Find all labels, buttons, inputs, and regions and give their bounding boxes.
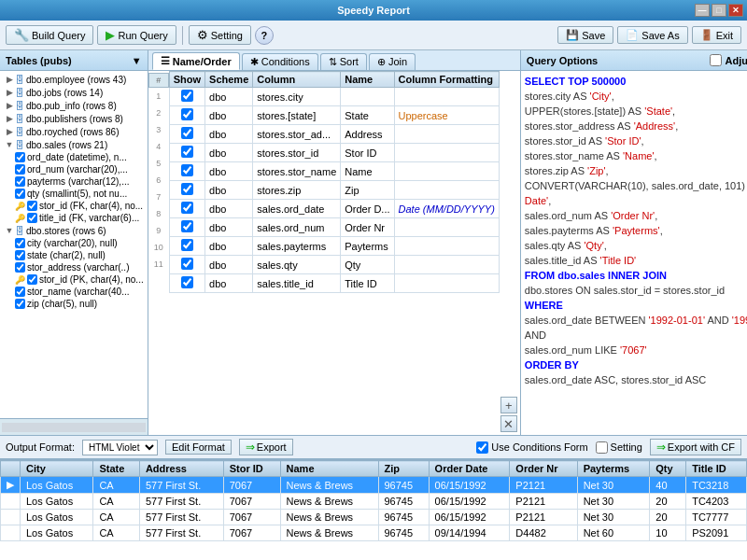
data-row[interactable]: Los GatosCA577 First St.7067News & Brews… [1,525,747,541]
tree-item[interactable]: payterms (varchar(12),... [2,175,146,188]
column-checkbox[interactable] [15,250,25,260]
setting-button[interactable]: ⚙ Setting [189,25,251,45]
close-button[interactable]: ✕ [728,4,743,17]
row-name-cell[interactable]: State [341,106,394,125]
tab-sort[interactable]: ⇅ Sort [320,53,367,70]
row-column-cell[interactable]: stores.stor_ad... [253,125,341,144]
tree-item[interactable]: 🔑title_id (FK, varchar(6)... [2,212,146,224]
column-checkbox[interactable] [15,287,25,297]
row-name-cell[interactable]: Payterms [341,237,394,256]
row-show-cell[interactable] [169,162,204,181]
row-column-cell[interactable]: stores.[state] [253,106,341,125]
tree-item[interactable]: 🔑stor_id (PK, char(4), no... [2,273,146,286]
row-column-cell[interactable]: stores.city [253,88,341,106]
tree-item[interactable]: state (char(2), null) [2,249,146,261]
data-col-header[interactable]: Order Nr [510,461,577,477]
data-col-header[interactable]: Qty [650,461,686,477]
tree-item[interactable]: zip (char(5), null) [2,298,146,310]
data-col-header[interactable]: Address [139,461,223,477]
column-checkbox[interactable] [27,213,37,223]
data-col-header[interactable]: Title ID [686,461,747,477]
adjust-manually-checkbox[interactable] [710,54,722,66]
tree-item[interactable]: stor_name (varchar(40... [2,286,146,298]
row-show-cell[interactable] [169,144,204,162]
column-checkbox[interactable] [27,201,37,211]
tree-item[interactable]: qty (smallint(5), not nu... [2,188,146,200]
left-panel-scrollbar[interactable] [0,418,148,435]
row-name-cell[interactable]: Title ID [341,274,394,293]
row-column-cell[interactable]: sales.title_id [253,274,341,293]
column-checkbox[interactable] [15,262,25,273]
row-name-cell[interactable]: Stor ID [341,144,394,162]
tree-item[interactable]: ▼🗄dbo.stores (rows 6) [2,224,146,237]
exit-button[interactable]: 🚪 Exit [692,26,741,44]
row-show-cell[interactable] [169,125,204,144]
row-format-cell[interactable] [394,125,499,144]
tab-conditions[interactable]: ✱ Conditions [242,53,318,70]
tab-join[interactable]: ⊕ Join [369,53,416,70]
data-row[interactable]: ▶Los GatosCA577 First St.7067News & Brew… [1,477,747,494]
tree-item[interactable]: ▶🗄dbo.jobs (rows 14) [2,86,146,99]
tree-item[interactable]: ▶🗄dbo.pub_info (rows 8) [2,99,146,112]
row-column-cell[interactable]: sales.qty [253,256,341,274]
data-col-header[interactable]: Stor ID [223,461,280,477]
row-name-cell[interactable]: Qty [341,256,394,274]
minimize-button[interactable]: — [695,4,710,17]
tables-tree[interactable]: ▶🗄dbo.employee (rows 43)▶🗄dbo.jobs (rows… [0,71,148,418]
column-checkbox[interactable] [15,176,25,187]
row-show-cell[interactable] [169,200,204,218]
row-column-cell[interactable]: stores.zip [253,181,341,200]
run-query-button[interactable]: ▶ Run Query [97,25,176,45]
data-col-header[interactable]: Zip [378,461,429,477]
column-checkbox[interactable] [15,238,25,248]
row-column-cell[interactable]: sales.payterms [253,237,341,256]
column-checkbox[interactable] [15,152,25,162]
tables-filter-icon[interactable]: ▼ [132,55,142,66]
row-name-cell[interactable]: Zip [341,181,394,200]
use-conditions-form-checkbox[interactable] [476,441,488,454]
column-checkbox[interactable] [15,164,25,175]
data-col-header[interactable]: State [93,461,140,477]
row-name-cell[interactable] [341,88,394,106]
export-button[interactable]: ⇒ Export [239,439,293,455]
row-show-cell[interactable] [169,106,204,125]
row-show-cell[interactable] [169,237,204,256]
tree-item[interactable]: ord_date (datetime), n... [2,151,146,163]
row-format-cell[interactable] [394,218,499,237]
data-col-header[interactable]: Payterms [577,461,650,477]
tree-item[interactable]: 🔑stor_id (FK, char(4), no... [2,200,146,212]
row-name-cell[interactable]: Name [341,162,394,181]
save-as-button[interactable]: 📄 Save As [617,26,687,44]
tree-item[interactable]: ▶🗄dbo.royched (rows 86) [2,125,146,138]
row-show-cell[interactable] [169,181,204,200]
edit-format-button[interactable]: Edit Format [165,440,232,455]
data-col-header[interactable]: Order Date [429,461,510,477]
row-column-cell[interactable]: sales.ord_num [253,218,341,237]
row-format-cell[interactable] [394,181,499,200]
row-column-cell[interactable]: stores.stor_id [253,144,341,162]
tree-item[interactable]: ▶🗄dbo.employee (rows 43) [2,73,146,86]
column-checkbox[interactable] [15,189,25,199]
row-format-cell[interactable] [394,274,499,293]
tree-item[interactable]: city (varchar(20), null) [2,237,146,249]
data-row[interactable]: Los GatosCA577 First St.7067News & Brews… [1,494,747,510]
tree-item[interactable]: ▶🗄dbo.publishers (rows 8) [2,112,146,125]
row-format-cell[interactable] [394,237,499,256]
save-button[interactable]: 💾 Save [557,26,613,44]
maximize-button[interactable]: □ [712,4,726,17]
row-name-cell[interactable]: Address [341,125,394,144]
row-show-cell[interactable] [169,218,204,237]
row-show-cell[interactable] [169,88,204,106]
row-column-cell[interactable]: stores.stor_name [253,162,341,181]
row-show-cell[interactable] [169,274,204,293]
row-format-cell[interactable] [394,162,499,181]
row-format-cell[interactable] [394,88,499,106]
tree-item[interactable]: ▼🗄dbo.sales (rows 21) [2,138,146,151]
row-name-cell[interactable]: Order D... [341,200,394,218]
sql-query-text[interactable]: SELECT TOP 500000 stores.city AS 'City',… [521,71,747,435]
output-format-select[interactable]: HTML Violet [82,440,158,455]
column-checkbox[interactable] [15,299,25,309]
data-col-header[interactable]: City [21,461,93,477]
add-column-button[interactable]: + [500,397,517,413]
row-format-cell[interactable]: Uppercase [394,106,499,125]
